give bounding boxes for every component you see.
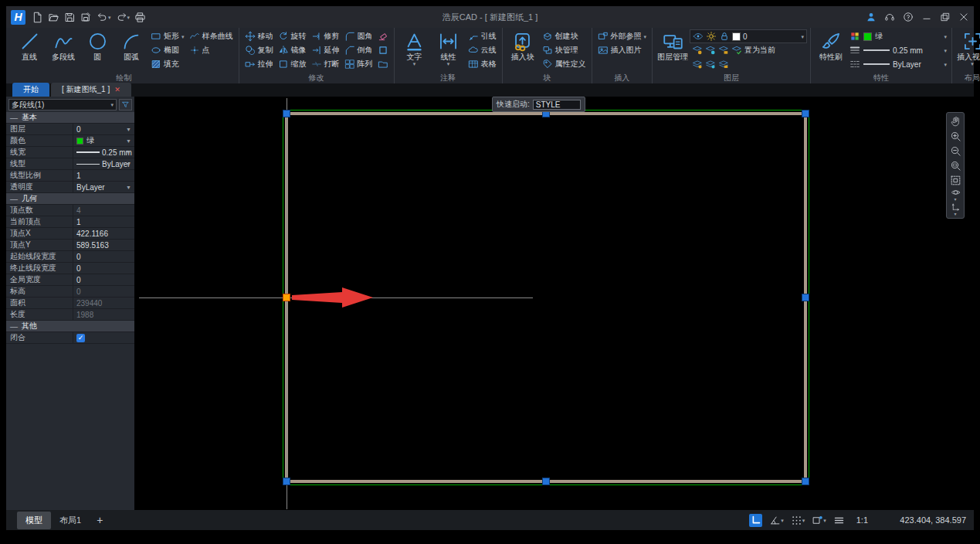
laycyan2-button[interactable] (705, 59, 716, 70)
grip[interactable] (283, 110, 290, 117)
palette-value-长度[interactable]: 1988 (73, 309, 134, 320)
line-button[interactable]: 直线 (12, 29, 46, 61)
angle-snap-button[interactable]: ▾ (769, 515, 784, 526)
layer-manager-button[interactable]: 图层管理 (656, 29, 690, 61)
tab-document[interactable]: [ 新建图纸_1 ] ✕ (51, 83, 131, 97)
palette-value-线型[interactable]: ByLayer▼ (73, 158, 134, 169)
save-button[interactable] (63, 10, 77, 25)
palette-value-透明度[interactable]: ByLayer▼ (73, 182, 134, 192)
add-layout-button[interactable]: + (90, 512, 110, 528)
spline-button[interactable]: 样条曲线 (187, 29, 236, 43)
break-button[interactable]: 打断 (309, 57, 342, 71)
close-button[interactable] (958, 12, 969, 22)
zoom-out-button[interactable] (948, 144, 963, 158)
arc-button[interactable]: 圆弧 (114, 29, 148, 61)
text-button[interactable]: 文字▾ (398, 29, 432, 66)
create-block-button[interactable]: 创建块 (540, 29, 588, 43)
color-control[interactable]: 绿▾ (848, 29, 948, 43)
table-button[interactable]: 表格 (466, 57, 499, 71)
restore-button[interactable] (940, 12, 951, 22)
ortho-ucs-button[interactable] (749, 514, 762, 527)
linear-dim-button[interactable]: 线性▾ (432, 29, 466, 66)
laycheck-button[interactable] (731, 45, 742, 56)
palette-value-图层[interactable]: 0▼ (73, 124, 134, 134)
save-as-button[interactable] (79, 10, 93, 25)
palette-section-基本[interactable]: —基本 (6, 112, 134, 124)
tab-model[interactable]: 模型 (17, 512, 51, 529)
help-button[interactable] (903, 12, 914, 22)
annotation-scale[interactable]: 1:1 (856, 515, 868, 525)
move-button[interactable]: 移动 (242, 29, 276, 43)
insert-block-button[interactable]: 插入块 (506, 29, 540, 61)
grip[interactable] (802, 110, 809, 117)
wipeout-button[interactable] (375, 43, 391, 57)
grid-snap-button[interactable]: ▾ (791, 515, 805, 526)
palette-value-线宽[interactable]: 0.25 mm▼ (73, 147, 134, 158)
palette-value-顶点数[interactable]: 4 (73, 205, 134, 216)
erase-button[interactable] (375, 29, 391, 43)
ucs-button[interactable]: ▾ (948, 202, 963, 216)
palette-value-起始线段宽度[interactable]: 0 (73, 251, 134, 262)
attribute-define-button[interactable]: 属性定义 (540, 57, 588, 71)
palette-value-顶点X[interactable]: 422.1166 (73, 228, 134, 239)
palette-value-颜色[interactable]: 绿▼ (73, 135, 134, 146)
polyline-button[interactable]: 多段线 (46, 29, 80, 61)
palette-value-全局宽度[interactable]: 0 (73, 274, 134, 285)
stretch-button[interactable]: 拉伸 (242, 57, 276, 71)
palette-value-闭合[interactable]: ✓ (73, 332, 134, 343)
insert-viewport-button[interactable]: 插入视口▾ (955, 29, 980, 66)
grip[interactable] (283, 478, 290, 485)
undo-button[interactable]: ▾ (95, 10, 113, 25)
layer-select[interactable]: 0▾ (690, 29, 807, 43)
new-file-button[interactable] (30, 10, 45, 25)
orbit-button[interactable]: ▾ (948, 188, 963, 202)
mirror-button[interactable]: 镜像 (276, 43, 309, 57)
palette-value-面积[interactable]: 239440 (73, 298, 134, 308)
grip[interactable] (542, 478, 550, 485)
rectangle-button[interactable]: 矩形▾ (148, 29, 187, 43)
tab-layout1[interactable]: 布局1 (51, 512, 90, 529)
minimize-button[interactable] (921, 12, 932, 22)
user-button[interactable] (866, 12, 877, 22)
pan-button[interactable] (948, 114, 963, 128)
tab-close-icon[interactable]: ✕ (114, 86, 120, 94)
lineweight-control[interactable]: 0.25 mm▾ (848, 43, 948, 57)
trim-button[interactable]: 修剪 (309, 29, 342, 43)
linetype-control[interactable]: ByLayer▾ (848, 57, 948, 71)
set-current-label[interactable]: 置为当前 (744, 45, 775, 56)
leader-button[interactable]: 引线 (466, 29, 499, 43)
palette-value-顶点Y[interactable]: 589.5163 (73, 240, 134, 250)
support-button[interactable] (884, 12, 895, 22)
hatch-button[interactable]: 填充 (148, 57, 187, 71)
drawing-canvas[interactable]: 快速启动: STYLE ▾▾ (135, 97, 974, 510)
checkbox-checked[interactable]: ✓ (76, 334, 85, 342)
app-logo-icon[interactable]: H (11, 10, 25, 25)
status-menu-button[interactable] (833, 515, 845, 526)
zoom-window-button[interactable] (948, 158, 963, 172)
print-button[interactable] (133, 10, 148, 25)
revcloud-button[interactable]: 云线 (466, 43, 499, 57)
palette-value-当前顶点[interactable]: 1 (73, 216, 134, 227)
array-button[interactable]: 阵列 (342, 57, 375, 71)
block-manager-button[interactable]: 块管理 (540, 43, 588, 57)
object-type-select[interactable]: 多段线(1) ▾ (8, 99, 117, 110)
palette-section-其他[interactable]: —其他 (6, 321, 134, 332)
quick-launch-input[interactable]: STYLE (533, 100, 581, 110)
chamfer-button[interactable]: 倒角 (342, 43, 375, 57)
zoom-in-button[interactable] (948, 129, 963, 143)
laylock3-button[interactable] (718, 59, 729, 70)
ellipse-button[interactable]: 椭圆 (148, 43, 187, 57)
rotate-button[interactable]: 旋转 (276, 29, 309, 43)
laygold-button[interactable] (692, 45, 703, 56)
point-button[interactable]: 点 (187, 43, 236, 57)
open-file-button[interactable] (46, 10, 61, 25)
scale-button[interactable]: 缩放 (276, 57, 309, 71)
quick-select-button[interactable] (119, 99, 132, 110)
redo-button[interactable]: ▾ (114, 10, 132, 25)
zoom-extents-button[interactable] (948, 173, 963, 187)
palette-section-几何[interactable]: —几何 (6, 193, 134, 205)
tab-start[interactable]: 开始 (12, 83, 49, 97)
sheet-button[interactable] (375, 57, 391, 71)
palette-value-标高[interactable]: 0 (73, 286, 134, 297)
extend-button[interactable]: 延伸 (309, 43, 342, 57)
